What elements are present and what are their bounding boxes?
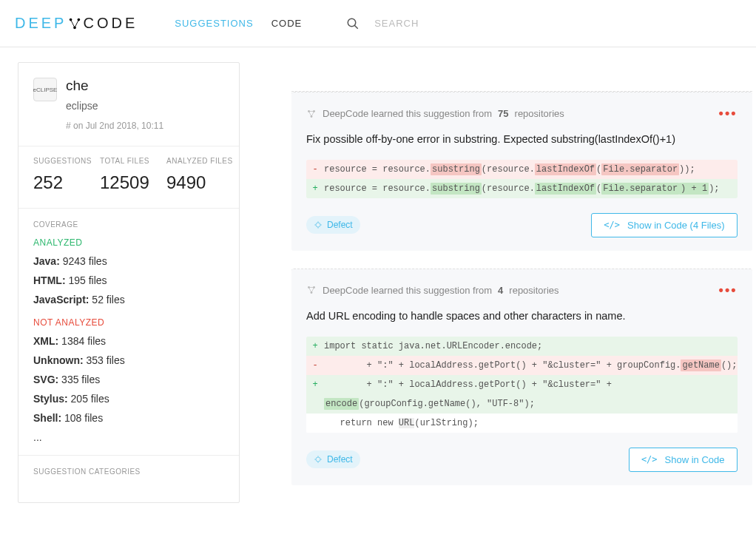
tag-label: Defect: [327, 454, 353, 465]
show-in-code-button[interactable]: </> Show in Code (4 Files): [591, 213, 737, 237]
coverage-ellipsis[interactable]: ...: [33, 431, 224, 443]
defect-tag[interactable]: Defect: [306, 216, 360, 234]
bug-icon: [306, 109, 317, 119]
search-input[interactable]: [374, 18, 596, 29]
not-analyzed-label: NOT ANALYZED: [33, 317, 224, 328]
content-top-spacer: [291, 62, 752, 92]
diff-block: - resource = resource.substring(resource…: [306, 160, 738, 198]
diff-line-add: + + ":" + localAddress.getPort() + "&clu…: [306, 375, 738, 394]
content: DeepCode learned this suggestion from 75…: [291, 62, 752, 503]
svg-point-16: [316, 457, 320, 462]
file-line: JavaScript: 52 files: [33, 294, 224, 306]
project-head: eCLIPSE che eclipse # on Jul 2nd 2018, 1…: [18, 63, 239, 146]
file-line: Unknown: 353 files: [33, 354, 224, 366]
coverage-section: COVERAGE ANALYZED Java: 9243 files HTML:…: [18, 208, 239, 455]
diff-line-add: + resource = resource.substring(resource…: [306, 179, 738, 198]
stat-totalfiles: 12509: [100, 172, 137, 193]
code-icon: </>: [641, 454, 658, 465]
file-line: SVG: 335 files: [33, 374, 224, 385]
logo-glyph-icon: [68, 17, 81, 30]
diff-block: + import static java.net.URLEncoder.enco…: [306, 337, 738, 433]
stat-analyzed: 9490: [166, 172, 233, 193]
file-line: HTML: 195 files: [33, 274, 224, 286]
categories-section: SUGGESTION CATEGORIES: [18, 455, 239, 496]
bug-icon: [314, 455, 323, 464]
defect-tag[interactable]: Defect: [306, 450, 360, 468]
suggestion-card: DeepCode learned this suggestion from 75…: [291, 92, 752, 251]
nav-code[interactable]: CODE: [271, 18, 303, 29]
stat-suggestions: 252: [33, 172, 70, 193]
bug-icon: [306, 285, 317, 295]
stats: SUGGESTIONS 252 TOTAL FILES 12509 ANALYZ…: [18, 146, 239, 208]
svg-line-4: [354, 25, 358, 29]
suggestion-card: DeepCode learned this suggestion from 4 …: [291, 269, 752, 485]
coverage-title: COVERAGE: [33, 220, 224, 229]
sidebar: eCLIPSE che eclipse # on Jul 2nd 2018, 1…: [18, 62, 240, 503]
code-icon: </>: [604, 220, 620, 230]
card-title: Fix possible off-by-one error in substri…: [306, 132, 738, 148]
tag-label: Defect: [327, 220, 353, 230]
file-line: Shell: 108 files: [33, 412, 224, 424]
button-label: Show in Code: [665, 454, 725, 465]
stat-suggestions-label: SUGGESTIONS: [33, 157, 70, 165]
diff-line-del: - resource = resource.substring(resource…: [306, 160, 738, 179]
project-name: che: [66, 78, 163, 94]
analyzed-label: ANALYZED: [33, 237, 224, 248]
bug-icon: [314, 220, 323, 229]
project-org: eclipse: [66, 100, 163, 112]
more-icon[interactable]: •••: [719, 106, 738, 121]
logo[interactable]: DEEP CODE: [15, 15, 138, 32]
file-line: Stylus: 205 files: [33, 393, 224, 405]
search-wrap: [346, 17, 741, 30]
diff-line-del: - + ":" + localAddress.getPort() + "&clu…: [306, 356, 738, 375]
stat-totalfiles-label: TOTAL FILES: [100, 157, 137, 165]
main: eCLIPSE che eclipse # on Jul 2nd 2018, 1…: [0, 47, 756, 518]
nav: SUGGESTIONS CODE: [175, 18, 302, 29]
nav-suggestions[interactable]: SUGGESTIONS: [175, 18, 253, 29]
show-in-code-button[interactable]: </> Show in Code: [629, 448, 738, 472]
learned-from: DeepCode learned this suggestion from 75…: [306, 108, 564, 119]
project-timestamp: # on Jul 2nd 2018, 10:11: [66, 121, 163, 131]
project-icon: eCLIPSE: [33, 78, 57, 101]
button-label: Show in Code (4 Files): [627, 220, 725, 231]
stat-analyzed-label: ANALYZED FILES: [166, 157, 233, 165]
svg-point-3: [348, 18, 356, 27]
file-line: XML: 1384 files: [33, 335, 224, 347]
search-icon: [346, 17, 360, 30]
diff-line-ctx: return new URL(urlString);: [306, 414, 738, 433]
file-line: Java: 9243 files: [33, 255, 224, 267]
diff-line-add: + import static java.net.URLEncoder.enco…: [306, 337, 738, 356]
svg-point-8: [316, 223, 320, 227]
logo-code: CODE: [83, 15, 138, 32]
logo-deep: DEEP: [15, 15, 67, 32]
topbar: DEEP CODE SUGGESTIONS CODE: [0, 0, 756, 47]
diff-line-add: encode(groupConfig.getName(), "UTF-8");: [306, 394, 738, 414]
card-title: Add URL encoding to handle spaces and ot…: [306, 308, 738, 325]
learned-from: DeepCode learned this suggestion from 4 …: [306, 285, 559, 296]
more-icon[interactable]: •••: [719, 283, 738, 298]
categories-title: SUGGESTION CATEGORIES: [33, 468, 224, 476]
